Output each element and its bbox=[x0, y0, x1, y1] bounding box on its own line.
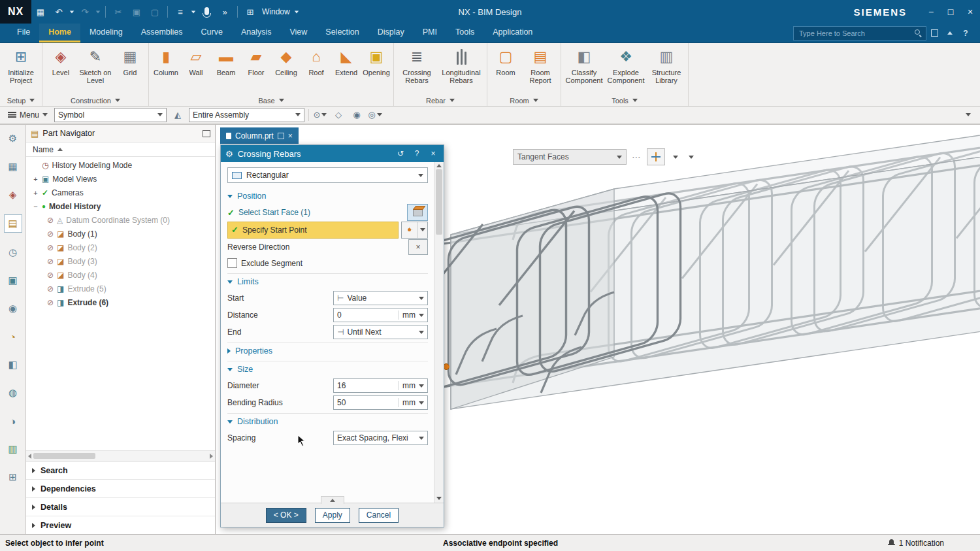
distance-field[interactable]: 0 mm bbox=[333, 308, 428, 322]
ribbon-group-label-tools[interactable]: Tools bbox=[561, 95, 688, 106]
point-dialog-button[interactable] bbox=[402, 222, 417, 238]
ribbon-item-level[interactable]: ◈ Level bbox=[44, 44, 77, 76]
exclude-segment-checkbox[interactable] bbox=[227, 258, 237, 268]
undock-panel-icon[interactable] bbox=[203, 130, 210, 137]
ok-button[interactable]: < OK > bbox=[266, 508, 306, 523]
ribbon-item-room-report[interactable]: ▤ Room Report bbox=[522, 44, 559, 85]
distance-unit[interactable]: mm bbox=[398, 310, 416, 320]
scrollbar-thumb[interactable] bbox=[436, 169, 442, 235]
redo-dropdown-caret-icon[interactable] bbox=[96, 10, 100, 13]
suppressed-icon[interactable]: ⊘ bbox=[47, 298, 54, 307]
hd3d-tools-icon[interactable]: ▣ bbox=[5, 272, 22, 289]
ribbon-group-label-setup[interactable]: Setup bbox=[0, 95, 42, 106]
paste-icon[interactable]: ▢ bbox=[146, 7, 164, 17]
help-icon[interactable]: ? bbox=[958, 29, 973, 38]
tree-item-extrude-5[interactable]: ⊘ ◨ Extrude (5) bbox=[26, 282, 215, 295]
system-materials-icon[interactable]: ▥ bbox=[5, 441, 22, 458]
ribbon-item-wall[interactable]: ▱ Wall bbox=[181, 44, 211, 76]
manufacturing-wizard-icon[interactable]: ◍ bbox=[5, 384, 22, 401]
dialog-scrollbar[interactable] bbox=[434, 162, 444, 503]
toolbar-overflow-caret-icon[interactable] bbox=[966, 113, 971, 116]
ribbon-item-initialize-project[interactable]: ⊞ Initialize Project bbox=[2, 44, 40, 85]
rebar-shape-combo[interactable]: Rectangular bbox=[227, 167, 428, 183]
midpoint-snap-icon[interactable]: ◉ bbox=[350, 109, 364, 122]
tree-item-history-modeling-mode[interactable]: ◷ History Modeling Mode bbox=[26, 158, 215, 172]
tree-item-model-history[interactable]: − ● Model History bbox=[26, 199, 215, 213]
tab-pin-icon[interactable] bbox=[278, 133, 284, 139]
dialog-header[interactable]: ⚙ Crossing Rebars ↺ ? × bbox=[221, 145, 444, 162]
ribbon-item-roof[interactable]: ⌂ Roof bbox=[301, 44, 331, 76]
copy-icon[interactable]: ▣ bbox=[127, 7, 146, 17]
general-selection-filter-icon[interactable]: ◭ bbox=[171, 109, 185, 122]
tree-item-body-1[interactable]: ⊘ ◪ Body (1) bbox=[26, 227, 215, 241]
menu-tab-assemblies[interactable]: Assemblies bbox=[132, 24, 192, 42]
select-start-face-row[interactable]: ✓ Select Start Face (1) bbox=[227, 204, 428, 221]
search-icon[interactable] bbox=[915, 29, 922, 37]
collapse-icon[interactable]: − bbox=[33, 203, 39, 210]
tangent-faces-combo[interactable]: Tangent Faces bbox=[513, 149, 627, 165]
menu-tab-file[interactable]: File bbox=[8, 24, 39, 42]
diameter-unit[interactable]: mm bbox=[398, 381, 416, 390]
tree-item-body-4[interactable]: ⊘ ◪ Body (4) bbox=[26, 268, 215, 282]
suppressed-icon[interactable]: ⊘ bbox=[47, 271, 54, 280]
menu-tab-selection[interactable]: Selection bbox=[316, 24, 368, 42]
suppressed-icon[interactable]: ⊘ bbox=[47, 216, 54, 225]
name-column-header[interactable]: Name bbox=[26, 142, 215, 157]
maximize-button[interactable]: □ bbox=[941, 0, 960, 24]
search-input[interactable] bbox=[798, 29, 912, 38]
dialog-reset-icon[interactable]: ↺ bbox=[395, 149, 406, 158]
intersection-snap-icon[interactable]: ◎ bbox=[368, 109, 382, 122]
scrollbar-thumb[interactable] bbox=[33, 453, 95, 459]
apply-button[interactable]: Apply bbox=[315, 508, 350, 523]
ribbon-group-label-base[interactable]: Base bbox=[149, 95, 393, 106]
suppressed-icon[interactable]: ⊘ bbox=[47, 284, 54, 293]
constraint-navigator-icon[interactable]: ◈ bbox=[5, 186, 22, 203]
reuse-library-icon[interactable]: ◷ bbox=[5, 244, 22, 261]
ribbon-item-crossing-rebars[interactable]: ≣ Crossing Rebars bbox=[396, 44, 438, 85]
tree-item-cameras[interactable]: + ✓ Cameras bbox=[26, 186, 215, 199]
ribbon-group-label-construction[interactable]: Construction bbox=[42, 95, 148, 106]
window-grid-icon[interactable]: ⊞ bbox=[241, 7, 259, 17]
menu-tab-application[interactable]: Application bbox=[483, 24, 542, 42]
menu-tab-modeling[interactable]: Modeling bbox=[80, 24, 132, 42]
ribbon-item-opening[interactable]: ▣ Opening bbox=[361, 44, 391, 76]
section-distribution[interactable]: Distribution bbox=[227, 413, 428, 429]
scroll-right-icon[interactable] bbox=[210, 454, 213, 459]
tree-item-body-2[interactable]: ⊘ ◪ Body (2) bbox=[26, 241, 215, 254]
diameter-field[interactable]: 16 mm bbox=[333, 378, 428, 393]
ribbon-group-label-room[interactable]: Room bbox=[487, 95, 561, 106]
web-browser-icon[interactable]: ◉ bbox=[5, 300, 22, 317]
assembly-navigator-icon[interactable]: ▦ bbox=[5, 158, 22, 175]
tree-item-datum-csys[interactable]: ⊘ ◬ Datum Coordinate System (0) bbox=[26, 213, 215, 227]
menu-tab-tools[interactable]: Tools bbox=[446, 24, 483, 42]
redo-icon[interactable]: ↷ bbox=[76, 7, 94, 17]
graphics-window[interactable]: Tangent Faces ⋯ Column.prt × ⚙ Crossing … bbox=[216, 124, 980, 535]
menu-tab-view[interactable]: View bbox=[280, 24, 316, 42]
menu-tab-display[interactable]: Display bbox=[368, 24, 414, 42]
menu-button[interactable]: Menu bbox=[5, 110, 50, 120]
role-icon[interactable]: ◑ bbox=[5, 412, 22, 429]
suppressed-icon[interactable]: ⊘ bbox=[47, 243, 54, 252]
section-dependencies[interactable]: Dependencies bbox=[26, 480, 215, 498]
microphone-icon[interactable] bbox=[197, 7, 216, 17]
orient-caret-icon[interactable] bbox=[670, 149, 681, 165]
face-select-button[interactable] bbox=[407, 204, 428, 221]
specify-start-point-field[interactable]: ✓ Specify Start Point bbox=[227, 222, 399, 239]
horizontal-scrollbar[interactable] bbox=[26, 450, 215, 461]
ribbon-item-ceiling[interactable]: ◆ Ceiling bbox=[271, 44, 301, 76]
menu-tab-analysis[interactable]: Analysis bbox=[232, 24, 281, 42]
ribbon-item-structure-library[interactable]: ▥ Structure Library bbox=[647, 44, 686, 85]
ribbon-item-grid[interactable]: ▦ Grid bbox=[114, 44, 146, 76]
dialog-collapse-handle[interactable] bbox=[321, 496, 344, 504]
section-properties[interactable]: Properties bbox=[227, 342, 428, 359]
section-details[interactable]: Details bbox=[26, 498, 215, 516]
scroll-left-icon[interactable] bbox=[28, 454, 31, 459]
bending-radius-field[interactable]: 50 mm bbox=[333, 395, 428, 410]
dialog-help-icon[interactable]: ? bbox=[411, 149, 423, 158]
send-icon[interactable]: » bbox=[216, 7, 234, 17]
ribbon-item-floor[interactable]: ▰ Floor bbox=[241, 44, 271, 76]
snap-point-icon[interactable]: ⊙ bbox=[313, 109, 327, 122]
document-tab-column-prt[interactable]: Column.prt × bbox=[220, 127, 299, 144]
window-dropdown-caret-icon[interactable] bbox=[294, 10, 298, 13]
section-preview[interactable]: Preview bbox=[26, 516, 215, 535]
